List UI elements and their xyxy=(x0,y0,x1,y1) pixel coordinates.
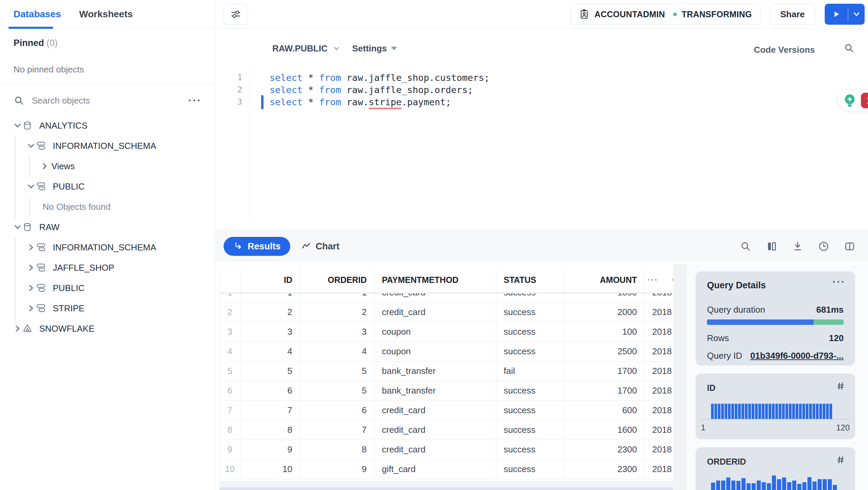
cell: bank_transfer xyxy=(374,381,496,400)
tab-worksheets[interactable]: Worksheets xyxy=(79,9,133,20)
chevron-down-icon[interactable] xyxy=(13,222,22,232)
tree-item-information-schema[interactable]: INFORMATION_SCHEMA xyxy=(0,237,215,258)
cell: coupon xyxy=(374,342,496,361)
share-button[interactable]: Share xyxy=(770,4,815,25)
column-header-id[interactable]: ID xyxy=(241,267,300,293)
table-row[interactable]: 887credit_cardsuccess16002018 xyxy=(220,420,673,440)
pinned-empty-text: No pinned objects xyxy=(14,64,84,75)
editor-search-icon[interactable] xyxy=(844,43,854,53)
row-number: 1 xyxy=(220,293,241,302)
role-label: ACCOUNTADMIN xyxy=(594,9,665,19)
chevron-right-icon[interactable] xyxy=(26,263,36,272)
id-histogram-axis xyxy=(701,419,850,420)
histogram-bar xyxy=(726,477,730,490)
column-header-orderid[interactable]: ORDERID xyxy=(300,267,374,293)
chevron-right-icon[interactable] xyxy=(26,243,36,252)
copilot-suggestion-badge[interactable]: 1 xyxy=(838,89,868,112)
tab-chart[interactable]: Chart xyxy=(301,237,340,256)
cell: 3 xyxy=(241,322,300,341)
search-icon[interactable] xyxy=(739,240,752,252)
worksheet-topbar: ACCOUNTADMIN TRANSFORMING Share xyxy=(215,0,868,29)
filters-button[interactable] xyxy=(224,4,248,25)
tree-guide-line xyxy=(29,156,30,178)
table-row[interactable]: 111credit_cardsuccess10002018 xyxy=(220,293,673,303)
histogram-bar xyxy=(785,404,788,419)
histogram-bar xyxy=(731,404,734,419)
search-icon xyxy=(14,95,24,106)
tree-item-label: RAW xyxy=(39,222,60,232)
histogram-bar xyxy=(772,475,776,490)
sidebar-more-menu[interactable]: ··· xyxy=(188,95,202,106)
column-header-rownum[interactable] xyxy=(220,267,241,293)
histogram-bar xyxy=(725,404,727,419)
query-details-menu[interactable]: ··· xyxy=(832,277,846,287)
run-button[interactable] xyxy=(825,4,865,25)
error-count-badge[interactable]: 1 xyxy=(861,93,868,108)
cell: 2018 xyxy=(645,322,673,341)
query-duration-value: 681ms xyxy=(816,305,844,315)
code-line-1[interactable]: 1select * from raw.jaffle_shop.customers… xyxy=(215,71,851,84)
tree-guide-line xyxy=(29,198,30,217)
chevron-down-icon[interactable] xyxy=(13,121,22,130)
tree-item-stripe[interactable]: STRIPE xyxy=(0,298,215,318)
object-search[interactable]: Search objects ··· xyxy=(0,84,215,117)
histogram-bar xyxy=(823,404,825,419)
tree-item-analytics[interactable]: ANALYTICS xyxy=(0,115,215,136)
cell: 1700 xyxy=(565,361,645,381)
number-type-icon[interactable] xyxy=(836,455,846,465)
tab-databases[interactable]: Databases xyxy=(14,9,61,20)
tree-item-views[interactable]: Views xyxy=(0,156,215,176)
panel-icon[interactable] xyxy=(844,240,856,252)
code-line-3[interactable]: 3select * from raw.stripe.payment; xyxy=(215,96,851,108)
table-row[interactable]: 222credit_cardsuccess20002018 xyxy=(220,303,673,322)
chevron-down-icon[interactable] xyxy=(26,182,36,191)
history-icon[interactable] xyxy=(818,240,830,252)
chevron-right-icon[interactable] xyxy=(26,304,36,313)
histogram-bar xyxy=(762,482,766,490)
column-header-status[interactable]: STATUS xyxy=(496,267,565,293)
columns-icon[interactable] xyxy=(766,240,778,252)
table-row[interactable]: 444couponsuccess25002018 xyxy=(220,342,673,361)
settings-dropdown[interactable]: Settings xyxy=(352,43,397,54)
hidden-columns-button[interactable]: ··· xyxy=(647,267,658,293)
table-row[interactable]: 555bank_transferfail17002018 xyxy=(220,361,673,381)
database-context-selector[interactable]: RAW.PUBLIC xyxy=(272,43,342,54)
table-row[interactable]: 333couponsuccess1002018 xyxy=(220,322,673,342)
column-header-amount[interactable]: AMOUNT xyxy=(565,267,645,293)
tree-item-raw[interactable]: RAW xyxy=(0,217,215,237)
sql-editor[interactable]: 1select * from raw.jaffle_shop.customers… xyxy=(215,71,851,108)
table-row[interactable]: 10109gift_cardsuccess23002018 xyxy=(220,460,673,479)
column-header-paymentmethod[interactable]: PAYMENTMETHOD xyxy=(374,267,496,293)
run-options-chevron-icon[interactable] xyxy=(848,4,865,25)
chevron-right-icon[interactable] xyxy=(40,161,49,171)
query-id-link[interactable]: 01b349f6-0000-d793-... xyxy=(750,351,844,361)
table-row[interactable]: 665bank_transfersuccess17002018 xyxy=(220,381,673,401)
cell: credit_card xyxy=(374,420,496,440)
chevron-right-icon[interactable] xyxy=(26,283,36,293)
row-number: 6 xyxy=(220,381,241,400)
chevron-right-icon[interactable] xyxy=(13,324,22,333)
cell: 2018 xyxy=(645,401,673,420)
table-row[interactable]: 776credit_cardsuccess6002018 xyxy=(220,401,673,420)
role-warehouse-selector[interactable]: ACCOUNTADMIN TRANSFORMING xyxy=(570,4,760,25)
cell: 10 xyxy=(241,460,300,479)
tree-item-information-schema[interactable]: INFORMATION_SCHEMA xyxy=(0,136,215,156)
table-row[interactable]: 998credit_cardsuccess23002018 xyxy=(220,440,673,460)
histogram-bar xyxy=(777,479,781,490)
column-header-created[interactable]: ···CREATED xyxy=(645,267,673,293)
download-icon[interactable] xyxy=(792,240,804,252)
number-type-icon[interactable] xyxy=(836,381,846,391)
tab-results[interactable]: Results xyxy=(224,237,290,256)
chevron-down-icon[interactable] xyxy=(26,141,36,151)
histogram-bar xyxy=(752,483,756,490)
play-icon[interactable] xyxy=(825,4,848,25)
tree-item-public[interactable]: PUBLIC xyxy=(0,278,215,298)
tree-item-jaffle-shop[interactable]: JAFFLE_SHOP xyxy=(0,258,215,278)
code-line-2[interactable]: 2select * from raw.jaffle_shop.orders; xyxy=(215,84,851,96)
horizontal-scrollbar[interactable] xyxy=(219,487,673,490)
tree-item-label: PUBLIC xyxy=(53,181,85,192)
code-versions-link[interactable]: Code Versions xyxy=(754,45,815,55)
tree-item-public[interactable]: PUBLIC xyxy=(0,176,215,197)
tree-item-snowflake[interactable]: SNOWFLAKE xyxy=(0,318,215,339)
histogram-bar xyxy=(828,479,832,490)
